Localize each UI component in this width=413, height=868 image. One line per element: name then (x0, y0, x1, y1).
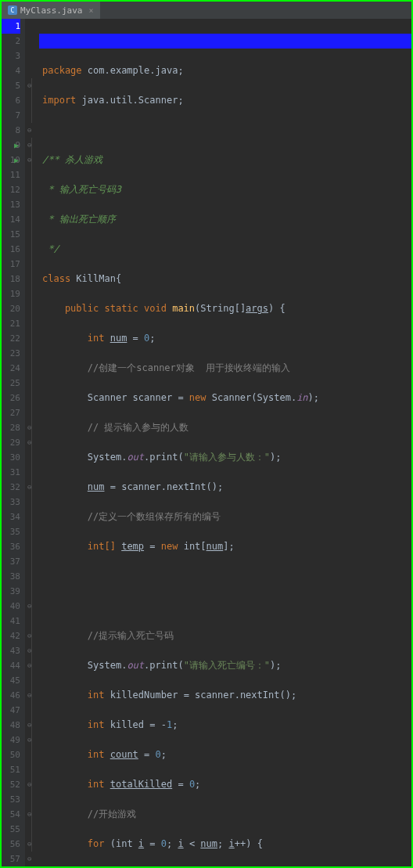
code-line[interactable]: Scanner scanner = new Scanner(System.in)… (39, 391, 411, 405)
fold-icon[interactable]: ⊖ (27, 840, 35, 848)
code-line[interactable]: int count = 0; (39, 747, 411, 762)
line-number[interactable]: 53 (2, 792, 20, 807)
line-number[interactable]: 43 (2, 643, 20, 658)
line-number[interactable]: 20 (2, 301, 20, 316)
fold-icon[interactable]: ⊖ (27, 736, 35, 744)
code-line[interactable]: int killed = -1; (39, 718, 411, 733)
line-number[interactable]: 8 (2, 123, 20, 138)
code-line[interactable]: int[] temp = new int[num]; (39, 539, 411, 554)
fold-icon[interactable]: ⊖ (27, 810, 35, 818)
line-number-gutter[interactable]: 1234567891011121314151617181920212223242… (2, 19, 25, 866)
line-number[interactable]: 27 (2, 405, 20, 420)
fold-icon[interactable]: ⊖ (27, 661, 35, 669)
line-number[interactable]: 35 (2, 524, 20, 539)
line-number[interactable]: 19 (2, 286, 20, 301)
line-number[interactable]: 42 (2, 628, 20, 643)
line-number[interactable]: 30 (2, 450, 20, 465)
code-line[interactable]: * 输入死亡号码3 (39, 182, 411, 197)
code-line[interactable]: for (int i = 0; i < num; i++) { (39, 837, 411, 852)
code-area[interactable]: package com.example.java; import java.ut… (39, 19, 411, 866)
fold-icon[interactable]: ⊖ (27, 691, 35, 699)
line-number[interactable]: 52 (2, 777, 20, 792)
fold-icon[interactable]: ⊖ (27, 423, 35, 431)
line-number[interactable]: 54 (2, 807, 20, 822)
code-line[interactable]: //开始游戏 (39, 807, 411, 822)
line-number[interactable]: 44 (2, 658, 20, 673)
code-line[interactable]: //提示输入死亡号码 (39, 628, 411, 643)
code-line[interactable]: System.out.print("请输入参与人数："); (39, 450, 411, 465)
line-number[interactable]: 33 (2, 495, 20, 510)
line-number[interactable]: 23 (2, 346, 20, 361)
code-line[interactable]: num = scanner.nextInt(); (39, 480, 411, 495)
line-number[interactable]: 24 (2, 361, 20, 376)
code-line[interactable]: class KillMan{ (39, 272, 411, 286)
fold-icon[interactable]: ⊖ (27, 632, 35, 639)
line-number[interactable]: 14 (2, 212, 20, 227)
line-number[interactable]: 45 (2, 673, 20, 688)
line-number[interactable]: 57 (2, 852, 20, 866)
fold-icon[interactable]: ⊖ (27, 483, 35, 491)
line-number[interactable]: 26 (2, 391, 20, 405)
line-number[interactable]: 38 (2, 569, 20, 584)
line-number[interactable]: 28 (2, 420, 20, 435)
line-number[interactable]: 40 (2, 599, 20, 614)
code-line[interactable] (39, 569, 411, 584)
fold-gutter[interactable]: ⊖⊖⊖▶⊖▶⊖⊖⊖⊖⊖⊖⊖⊖⊖⊖⊖⊖⊖⊖ (25, 19, 39, 866)
code-line[interactable] (39, 34, 411, 49)
line-number[interactable]: 13 (2, 197, 20, 212)
line-number[interactable]: 1 (2, 19, 20, 34)
code-line[interactable]: /** 杀人游戏 (39, 153, 411, 167)
line-number[interactable]: 34 (2, 510, 20, 524)
line-number[interactable]: 4 (2, 63, 20, 78)
line-number[interactable]: 15 (2, 227, 20, 242)
code-line[interactable]: */ (39, 242, 411, 257)
fold-icon[interactable]: ⊖ (27, 721, 35, 729)
line-number[interactable]: 47 (2, 703, 20, 718)
line-number[interactable]: 36 (2, 539, 20, 554)
line-number[interactable]: 31 (2, 465, 20, 480)
code-line[interactable]: System.out.print("请输入死亡编号："); (39, 658, 411, 673)
line-number[interactable]: 16 (2, 242, 20, 257)
line-number[interactable]: 32 (2, 480, 20, 495)
fold-icon[interactable]: ⊖ (27, 126, 35, 134)
line-number[interactable]: 41 (2, 614, 20, 628)
fold-icon[interactable]: ⊖ (27, 780, 35, 788)
line-number[interactable]: 25 (2, 376, 20, 391)
line-number[interactable]: 50 (2, 747, 20, 762)
line-number[interactable]: 3 (2, 49, 20, 63)
line-number[interactable]: 22 (2, 331, 20, 346)
line-number[interactable]: 49 (2, 733, 20, 747)
fold-icon[interactable]: ⊖ (27, 141, 35, 149)
code-line[interactable] (39, 123, 411, 138)
run-icon[interactable]: ▶ (14, 141, 19, 149)
line-number[interactable]: 48 (2, 718, 20, 733)
line-number[interactable]: 5 (2, 78, 20, 93)
code-line[interactable]: //定义一个数组保存所有的编号 (39, 510, 411, 524)
fold-icon[interactable]: ⊖ (27, 438, 35, 446)
file-tab[interactable]: C MyClass.java × (2, 2, 100, 19)
line-number[interactable]: 37 (2, 554, 20, 569)
code-line[interactable]: int killedNumber = scanner.nextInt(); (39, 688, 411, 703)
line-number[interactable]: 17 (2, 257, 20, 272)
code-line[interactable]: //创建一个scanner对象 用于接收终端的输入 (39, 361, 411, 376)
code-line[interactable]: import java.util.Scanner; (39, 93, 411, 108)
line-number[interactable]: 21 (2, 316, 20, 331)
code-line[interactable]: // 提示输入参与的人数 (39, 420, 411, 435)
line-number[interactable]: 51 (2, 762, 20, 777)
code-line[interactable]: * 输出死亡顺序 (39, 212, 411, 227)
line-number[interactable]: 39 (2, 584, 20, 599)
close-icon[interactable]: × (88, 6, 93, 15)
line-number[interactable]: 11 (2, 167, 20, 182)
fold-icon[interactable]: ⊖ (27, 646, 35, 654)
code-line[interactable] (39, 599, 411, 614)
line-number[interactable]: 2 (2, 34, 20, 49)
line-number[interactable]: 7 (2, 108, 20, 123)
run-icon[interactable]: ▶ (14, 156, 19, 164)
code-line[interactable]: int num = 0; (39, 331, 411, 346)
line-number[interactable]: 6 (2, 93, 20, 108)
code-line[interactable]: int totalKilled = 0; (39, 777, 411, 792)
code-line[interactable]: package com.example.java; (39, 63, 411, 78)
line-number[interactable]: 46 (2, 688, 20, 703)
fold-icon[interactable]: ⊖ (27, 602, 35, 610)
line-number[interactable]: 56 (2, 837, 20, 852)
